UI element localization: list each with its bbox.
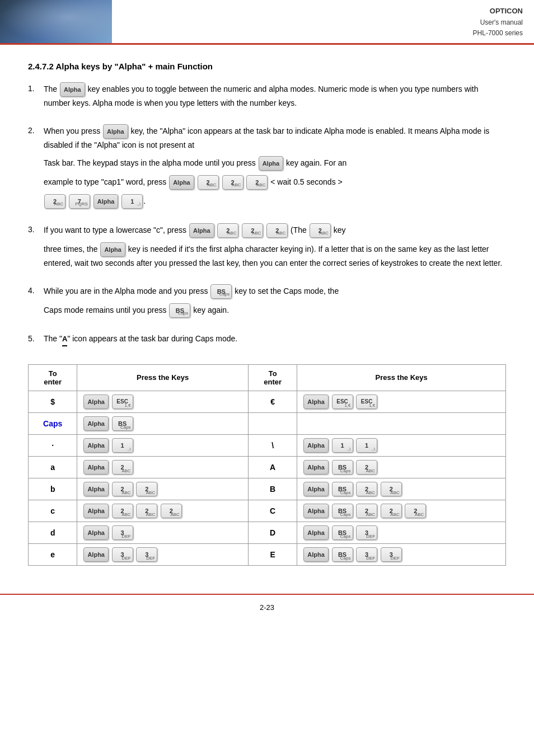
key-2-abc: 2ABC: [242, 223, 263, 238]
keys-cell: Alpha BSCaps 2ABC: [297, 456, 506, 478]
keys-cell: Alpha ESC1,€: [77, 391, 248, 412]
char-cell: B: [248, 478, 297, 500]
a-caps-icon: A: [62, 333, 67, 346]
key-2-abc: 2ABC: [136, 482, 157, 496]
char-cell: E: [248, 543, 297, 565]
key-3-def: 3DEF: [356, 525, 377, 540]
list-item-2-content: When you press Alpha key, the "Alpha" ic…: [44, 124, 506, 213]
table-header-to-enter-left: Toenter: [29, 364, 77, 391]
alpha-key: Alpha: [83, 504, 109, 518]
alpha-key: Alpha: [303, 438, 329, 453]
bs-caps-key: BSCaps: [332, 547, 353, 562]
keys-cell: Alpha 2ABC 2ABC: [77, 478, 248, 500]
table-row: e Alpha 3DEF 3DEF E Alpha BSCaps 3DEF 3D…: [29, 543, 506, 565]
header-logo: [0, 0, 112, 43]
char-cell: b: [29, 478, 77, 500]
table-row: Caps Alpha BSCaps: [29, 412, 506, 434]
keys-cell: Alpha 3DEF 3DEF: [77, 543, 248, 565]
alpha-key: Alpha: [83, 547, 109, 562]
alpha-key-inline: Alpha: [103, 124, 128, 139]
table-header-to-enter-right: Toenter: [248, 364, 297, 391]
bs-caps-key: BSCaps: [210, 284, 232, 299]
table-row: · Alpha 1.,\ \ Alpha 1.,\ 1.,\: [29, 434, 506, 456]
key-3-def: 3DEF: [356, 547, 377, 562]
table-header-press-keys-left: Press the Keys: [77, 364, 248, 391]
bs-caps-key: BSCaps: [169, 303, 190, 318]
table-row: $ Alpha ESC1,€ € Alpha ESC1,€ ESC1,€: [29, 391, 506, 412]
keys-cell: [297, 412, 506, 434]
alpha-key: Alpha: [83, 416, 109, 431]
char-cell: D: [248, 522, 297, 543]
key-1: 1.,\: [112, 438, 133, 453]
page-footer: 2-23: [0, 594, 534, 620]
char-cell: d: [29, 522, 77, 543]
alpha-key: Alpha: [303, 504, 329, 518]
key-2-abc: 2ABC: [136, 504, 157, 518]
list-item: While you are in the Alpha mode and you …: [28, 284, 506, 322]
bs-caps-key: BSCaps: [332, 504, 353, 518]
keys-cell: Alpha 2ABC 2ABC 2ABC: [77, 500, 248, 522]
bs-caps-key: BSCaps: [112, 416, 133, 431]
bs-caps-key: BSCaps: [332, 525, 353, 540]
alpha-key: Alpha: [303, 547, 329, 562]
key-2-abc: 2ABC: [310, 223, 331, 238]
keys-cell: Alpha BSCaps: [77, 412, 248, 434]
key-2-abc: 2ABC: [112, 504, 133, 518]
key-3-def: 3DEF: [136, 547, 157, 562]
table-row: c Alpha 2ABC 2ABC 2ABC C Alpha BSCaps 2A…: [29, 500, 506, 522]
numbered-list: The Alpha key enables you to toggle betw…: [28, 82, 506, 351]
keys-cell: Alpha BSCaps 2ABC 2ABC 2ABC: [297, 500, 506, 522]
key-3-def: 3DEF: [112, 525, 133, 540]
table-row: a Alpha 2ABC A Alpha BSCaps 2ABC: [29, 456, 506, 478]
char-cell: e: [29, 543, 77, 565]
alpha-key: Alpha: [83, 482, 109, 496]
alpha-key: Alpha: [83, 525, 109, 540]
key-2-abc: 2ABC: [356, 482, 377, 496]
list-item-1-content: The Alpha key enables you to toggle betw…: [44, 82, 506, 114]
char-cell: \: [248, 434, 297, 456]
key-3-def: 3DEF: [381, 547, 402, 562]
alpha-key: Alpha: [83, 460, 109, 475]
series: PHL-7000 series: [473, 28, 523, 39]
key-1: 1.,\: [332, 438, 353, 453]
list-item-4-content: While you are in the Alpha mode and you …: [44, 284, 506, 322]
alpha-key: Alpha: [83, 395, 109, 409]
key-2-abc: 2ABC: [356, 460, 377, 475]
key-3-def: 3DEF: [112, 547, 133, 562]
alpha-key-inline: Alpha: [60, 82, 85, 97]
key-2-abc: 2ABC: [222, 175, 243, 190]
key-1: 1.,\: [121, 194, 143, 209]
key-2-abc: 2ABC: [112, 460, 133, 475]
table-header-press-keys-right: Press the Keys: [297, 364, 506, 391]
key-2-abc: 2ABC: [381, 482, 402, 496]
char-cell: €: [248, 391, 297, 412]
header-title: OPTICON User's manual PHL-7000 series: [462, 0, 534, 43]
keys-cell: Alpha 2ABC: [77, 456, 248, 478]
list-item: The Alpha key enables you to toggle betw…: [28, 82, 506, 114]
keys-cell: Alpha 3DEF: [77, 522, 248, 543]
section-title: 2.4.7.2 Alpha keys by "Alpha" + main Fun…: [28, 62, 506, 71]
alpha-key-inline: Alpha: [93, 194, 119, 209]
page-number: 2-23: [260, 603, 274, 612]
alpha-key: Alpha: [303, 525, 329, 540]
alpha-key-inline: Alpha: [259, 156, 284, 171]
char-cell: a: [29, 456, 77, 478]
char-cell: c: [29, 500, 77, 522]
char-cell: C: [248, 500, 297, 522]
char-cell: Caps: [29, 412, 77, 434]
char-cell: A: [248, 456, 297, 478]
alpha-key: Alpha: [303, 395, 329, 409]
key-2-abc: 2ABC: [161, 504, 182, 518]
key-2-abc: 2ABC: [217, 223, 238, 238]
alpha-key: Alpha: [303, 482, 329, 496]
keys-cell: Alpha ESC1,€ ESC1,€: [297, 391, 506, 412]
keys-table: Toenter Press the Keys Toenter Press the…: [28, 364, 506, 566]
keys-cell: Alpha 1.,\: [77, 434, 248, 456]
page-header: OPTICON User's manual PHL-7000 series: [0, 0, 534, 45]
key-7-pqrs: 7PQRS: [69, 194, 90, 209]
esc-key: ESC1,€: [356, 395, 377, 409]
esc-key: ESC1,€: [112, 395, 133, 409]
key-2-abc: 2ABC: [44, 194, 65, 209]
alpha-key: Alpha: [303, 460, 329, 475]
key-2-abc: 2ABC: [198, 175, 219, 190]
